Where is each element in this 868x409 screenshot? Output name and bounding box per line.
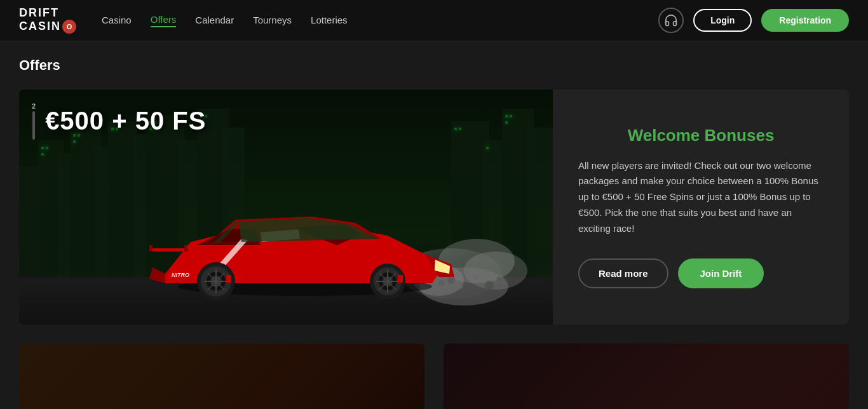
svg-point-69 <box>438 280 445 286</box>
offer-badge: 2 €500 + 50 FS <box>32 102 206 140</box>
nav-item-tourneys[interactable]: Tourneys <box>253 15 292 27</box>
svg-point-71 <box>485 281 494 290</box>
svg-rect-18 <box>41 153 44 156</box>
offer-info: Welcome Bonuses All new players are invi… <box>553 90 849 325</box>
svg-rect-15 <box>527 128 553 286</box>
svg-point-67 <box>447 276 455 284</box>
svg-rect-34 <box>505 115 508 117</box>
main-offer-card: NITRO 2 €500 + 50 FS Welcome <box>19 90 849 325</box>
svg-rect-16 <box>41 147 44 149</box>
logo-circle-icon: O <box>62 20 76 34</box>
svg-rect-31 <box>454 128 457 130</box>
svg-rect-17 <box>46 147 48 149</box>
svg-text:NITRO: NITRO <box>172 272 189 278</box>
nav-item-calendar[interactable]: Calendar <box>195 15 234 27</box>
logo-text-line2: CASIN <box>19 20 61 33</box>
svg-rect-65 <box>184 245 187 251</box>
badge-text: €500 + 50 FS <box>45 107 206 135</box>
nav-item-casino[interactable]: Casino <box>102 15 132 27</box>
secondary-offer-image-quest <box>444 344 849 409</box>
badge-divider <box>32 111 35 140</box>
svg-rect-6 <box>108 121 137 280</box>
page-content: Offers <box>0 41 868 409</box>
secondary-offer-speed: Speed Free Spins Mania <box>19 344 424 409</box>
page-title: Offers <box>19 57 849 74</box>
offer-image: NITRO 2 €500 + 50 FS <box>19 90 553 325</box>
offer-description: All new players are invited! Check out o… <box>578 158 824 237</box>
svg-rect-35 <box>510 115 512 117</box>
svg-rect-63 <box>149 248 187 251</box>
secondary-offer-image-speed <box>19 344 424 409</box>
svg-rect-62 <box>226 275 231 283</box>
secondary-offers: Speed Free Spins Mania Quest of Dead <box>19 344 849 409</box>
logo-text-line1: DRIFT <box>19 7 59 20</box>
svg-rect-36 <box>505 121 508 124</box>
offer-title: Welcome Bonuses <box>578 126 824 145</box>
offer-actions: Read more Join Drift <box>578 258 824 288</box>
join-drift-button[interactable]: Join Drift <box>678 258 764 288</box>
svg-rect-53 <box>398 275 403 283</box>
svg-rect-21 <box>73 140 76 143</box>
svg-point-72 <box>496 276 501 281</box>
login-button[interactable]: Login <box>693 9 752 32</box>
read-more-button[interactable]: Read more <box>578 258 668 288</box>
svg-rect-33 <box>486 147 489 149</box>
svg-point-68 <box>458 284 463 289</box>
support-icon[interactable] <box>658 8 684 33</box>
secondary-offer-quest: Quest of Dead <box>444 344 849 409</box>
register-button[interactable]: Registration <box>761 9 849 32</box>
svg-point-70 <box>475 275 478 279</box>
svg-rect-32 <box>459 128 461 130</box>
header-actions: Login Registration <box>658 8 849 33</box>
nav-item-offers[interactable]: Offers <box>151 14 177 27</box>
badge-number: 2 <box>32 102 36 110</box>
nav-item-lotteries[interactable]: Lotteries <box>311 15 348 27</box>
main-nav: Casino Offers Calendar Tourneys Lotterie… <box>102 14 658 27</box>
site-logo[interactable]: DRIFT CASIN O <box>19 7 76 34</box>
svg-rect-64 <box>149 245 153 251</box>
